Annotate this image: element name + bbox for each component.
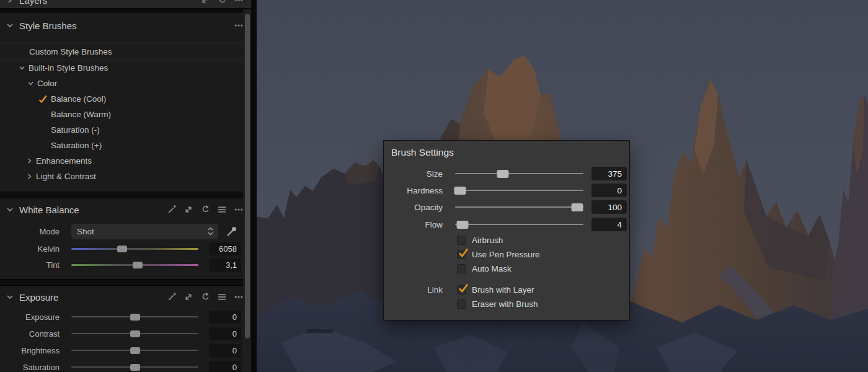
more-options-icon[interactable] xyxy=(234,20,244,30)
slider-thumb[interactable] xyxy=(130,364,140,371)
brightness-slider-row: Brightness 0 xyxy=(0,342,251,359)
tree-item-label: Enhancements xyxy=(36,156,92,166)
kelvin-slider[interactable] xyxy=(71,244,198,254)
more-options-icon[interactable] xyxy=(234,292,244,302)
contrast-slider-row: Contrast 0 xyxy=(0,326,251,342)
exposure-slider[interactable] xyxy=(71,312,198,322)
dialog-title: Brush Settings xyxy=(391,147,454,158)
white-balance-header[interactable]: White Balance xyxy=(0,200,251,219)
layers-panel-header[interactable]: Layers xyxy=(0,0,251,9)
chevron-right-icon xyxy=(26,157,33,164)
auto-adjust-wand-icon[interactable] xyxy=(167,292,177,302)
slider-thumb[interactable] xyxy=(130,330,140,337)
exposure-header[interactable]: Exposure xyxy=(0,287,251,307)
kelvin-value[interactable]: 6058 xyxy=(209,242,241,255)
contrast-value[interactable]: 0 xyxy=(209,327,241,340)
flow-slider-row: Flow 4 xyxy=(384,218,629,231)
tree-item-label: Balance (Cool) xyxy=(51,94,106,104)
tree-item-saturation-plus[interactable]: Saturation (+) xyxy=(0,138,251,153)
tree-item-label: Saturation (+) xyxy=(51,141,102,150)
layers-panel-title: Layers xyxy=(19,0,47,6)
contrast-slider[interactable] xyxy=(71,329,198,339)
checkbox-checked[interactable] xyxy=(457,285,466,294)
tint-slider-thumb[interactable] xyxy=(133,262,143,268)
slider-track[interactable] xyxy=(455,224,583,225)
eyedropper-icon[interactable] xyxy=(225,224,239,238)
apply-arrow-icon[interactable] xyxy=(184,205,193,215)
kelvin-slider-thumb[interactable] xyxy=(117,246,127,252)
checkbox-unchecked[interactable] xyxy=(457,236,466,245)
layers-panel-header-clipped: Layers xyxy=(0,0,251,9)
wb-mode-select[interactable]: Shot xyxy=(71,224,218,239)
tree-item-builtin-style-brushes[interactable]: Built-in Style Brushes xyxy=(0,60,251,76)
tree-item-saturation-minus[interactable]: Saturation (-) xyxy=(0,122,251,138)
tool-sidebar: Layers Style Brushes xyxy=(0,0,251,372)
more-options-icon[interactable] xyxy=(234,205,244,215)
hardness-value[interactable]: 0 xyxy=(591,184,627,197)
slider-track[interactable] xyxy=(455,206,583,208)
wb-mode-label: Mode xyxy=(0,227,60,236)
checkbox-unchecked[interactable] xyxy=(457,264,466,273)
slider-thumb[interactable] xyxy=(497,170,508,178)
chevron-down-icon xyxy=(19,64,25,71)
reset-undo-icon[interactable] xyxy=(217,0,227,5)
size-value[interactable]: 375 xyxy=(591,167,627,180)
slider-label: Brightness xyxy=(0,346,60,355)
slider-track[interactable] xyxy=(455,190,583,191)
checkmark-icon xyxy=(458,247,469,258)
presets-menu-icon[interactable] xyxy=(217,205,227,215)
wb-mode-row: Mode Shot xyxy=(0,222,251,241)
slider-thumb[interactable] xyxy=(130,314,140,321)
slider-label: Flow xyxy=(384,220,443,229)
flow-value[interactable]: 4 xyxy=(591,218,627,231)
hardness-slider[interactable] xyxy=(455,185,583,195)
checkbox-unchecked[interactable] xyxy=(457,299,466,309)
reset-undo-icon[interactable] xyxy=(200,205,210,215)
tree-item-light-contrast[interactable]: Light & Contrast xyxy=(0,169,251,184)
tree-item-balance-cool[interactable]: Balance (Cool) xyxy=(0,91,251,107)
slider-track[interactable] xyxy=(455,173,583,174)
eraser-with-brush-checkbox-row[interactable]: Eraser with Brush xyxy=(457,298,538,309)
apply-arrow-icon[interactable] xyxy=(200,0,210,5)
tree-item-balance-warm[interactable]: Balance (Warm) xyxy=(0,107,251,122)
tree-item-label: Saturation (-) xyxy=(51,125,100,135)
saturation-slider[interactable] xyxy=(71,363,198,372)
panel-divider xyxy=(0,9,251,13)
auto-adjust-wand-icon[interactable] xyxy=(167,205,177,215)
tint-slider[interactable] xyxy=(71,260,198,270)
tree-item-custom-style-brushes[interactable]: Custom Style Brushes xyxy=(0,44,251,60)
flow-slider[interactable] xyxy=(455,219,583,229)
opacity-slider[interactable] xyxy=(455,202,583,212)
reset-undo-icon[interactable] xyxy=(200,292,210,302)
checkbox-label: Auto Mask xyxy=(472,264,512,273)
sidebar-scrollbar-thumb[interactable] xyxy=(245,14,250,339)
opacity-value[interactable]: 100 xyxy=(591,200,627,214)
slider-thumb[interactable] xyxy=(571,203,583,211)
kelvin-slider-track[interactable] xyxy=(71,248,198,250)
use-pen-pressure-checkbox-row[interactable]: Use Pen Pressure xyxy=(457,249,540,260)
slider-thumb[interactable] xyxy=(457,221,469,229)
brightness-value[interactable]: 0 xyxy=(209,344,241,357)
airbrush-checkbox-row[interactable]: Airbrush xyxy=(457,234,503,246)
auto-mask-checkbox-row[interactable]: Auto Mask xyxy=(457,263,512,274)
tree-item-enhancements[interactable]: Enhancements xyxy=(0,153,251,169)
brush-with-layer-checkbox-row[interactable]: Brush with Layer xyxy=(457,284,534,295)
style-brushes-header[interactable]: Style Brushes xyxy=(0,16,251,35)
exposure-value[interactable]: 0 xyxy=(209,311,241,324)
tint-value[interactable]: 3,1 xyxy=(209,259,241,272)
saturation-value[interactable]: 0 xyxy=(209,361,241,372)
slider-thumb[interactable] xyxy=(130,347,140,354)
apply-arrow-icon[interactable] xyxy=(184,292,193,302)
hardness-slider-row: Hardness 0 xyxy=(384,184,629,197)
presets-menu-icon[interactable] xyxy=(217,292,227,302)
size-slider[interactable] xyxy=(455,169,583,179)
slider-label: Saturation xyxy=(0,363,60,372)
tree-item-color[interactable]: Color xyxy=(0,76,251,91)
checkbox-label: Brush with Layer xyxy=(472,285,534,294)
slider-thumb[interactable] xyxy=(454,187,466,195)
chevron-down-icon xyxy=(6,22,14,29)
more-options-icon[interactable] xyxy=(234,0,244,5)
checkbox-checked[interactable] xyxy=(457,250,466,259)
brightness-slider[interactable] xyxy=(71,346,198,355)
size-slider-row: Size 375 xyxy=(384,167,629,180)
